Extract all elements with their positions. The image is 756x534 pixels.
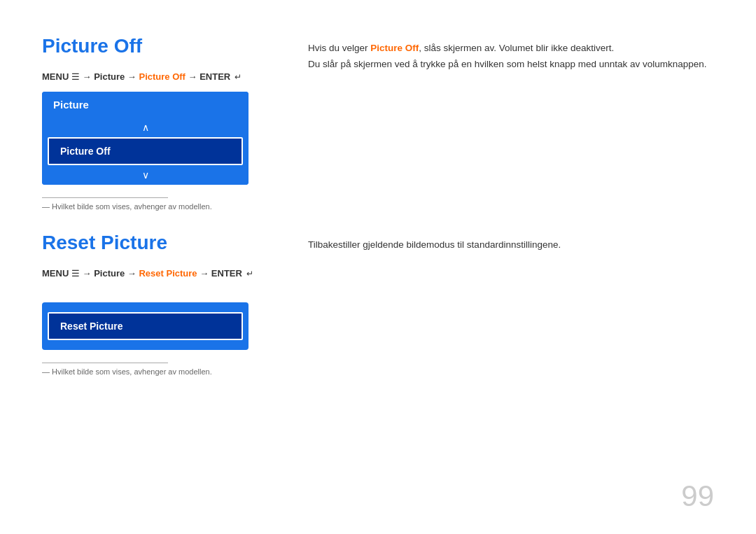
reset-picture-highlight: Reset Picture [139, 268, 197, 279]
spacer [42, 288, 280, 302]
enter-label2: ENTER [211, 268, 242, 279]
menu-box-header: Picture [42, 92, 248, 118]
picture-off-menu-path: MENU ☰ → Picture → Picture Off → ENTER ↵ [42, 71, 280, 82]
desc-line2: Du slår på skjermen ved å trykke på en h… [308, 59, 707, 69]
picture-label2: Picture [94, 268, 125, 279]
arrow-up-icon: ∧ [42, 118, 248, 137]
enter-icon2: ↵ [246, 269, 253, 279]
arrow2: → [127, 71, 139, 82]
reset-picture-left: Reset Picture MENU ☰ → Picture → Reset P… [42, 232, 308, 376]
desc-highlight: Picture Off [370, 43, 419, 53]
enter-label: ENTER [200, 71, 230, 82]
note-divider [42, 197, 168, 198]
picture-off-item: Picture Off [48, 137, 243, 165]
picture-off-right: Hvis du velger Picture Off, slås skjerme… [308, 35, 714, 211]
note-divider2 [42, 363, 168, 363]
picture-off-description: Hvis du velger Picture Off, slås skjerme… [308, 41, 714, 73]
arrow1: → [83, 71, 94, 82]
desc-prefix: Hvis du velger [308, 43, 370, 53]
page: Picture Off MENU ☰ → Picture → Picture O… [0, 0, 756, 534]
reset-picture-menu-path: MENU ☰ → Picture → Reset Picture → ENTER… [42, 268, 280, 279]
arrow3: → [188, 71, 200, 82]
arrow2b: → [127, 268, 139, 279]
menu-icon: ☰ [71, 71, 83, 82]
reset-picture-description: Tilbakestiller gjeldende bildemodus til … [308, 237, 714, 253]
reset-picture-section: Reset Picture MENU ☰ → Picture → Reset P… [42, 232, 714, 376]
picture-off-left: Picture Off MENU ☰ → Picture → Picture O… [42, 35, 308, 211]
picture-off-note: ― Hvilket bilde som vises, avhenger av m… [42, 202, 280, 211]
arrow1b: → [83, 268, 94, 279]
reset-picture-title: Reset Picture [42, 232, 280, 254]
desc-suffix: , slås skjermen av. Volumet blir ikke de… [419, 43, 614, 53]
picture-off-title: Picture Off [42, 35, 280, 57]
picture-off-menu-box: Picture ∧ Picture Off ∨ [42, 92, 248, 185]
menu-label: MENU [42, 71, 69, 82]
arrow-down-icon: ∨ [42, 165, 248, 185]
menu-label2: MENU [42, 268, 69, 279]
picture-label: Picture [94, 71, 125, 82]
reset-picture-menu-box: Reset Picture [42, 302, 248, 350]
picture-off-highlight: Picture Off [139, 71, 185, 82]
picture-off-section: Picture Off MENU ☰ → Picture → Picture O… [42, 35, 714, 211]
reset-picture-right: Tilbakestiller gjeldende bildemodus til … [308, 232, 714, 376]
enter-icon: ↵ [234, 72, 241, 82]
reset-picture-note: ― Hvilket bilde som vises, avhenger av m… [42, 367, 280, 376]
arrow3b: → [200, 268, 211, 279]
reset-picture-item: Reset Picture [48, 312, 243, 340]
page-number: 99 [681, 479, 714, 513]
menu-icon2: ☰ [71, 268, 83, 279]
